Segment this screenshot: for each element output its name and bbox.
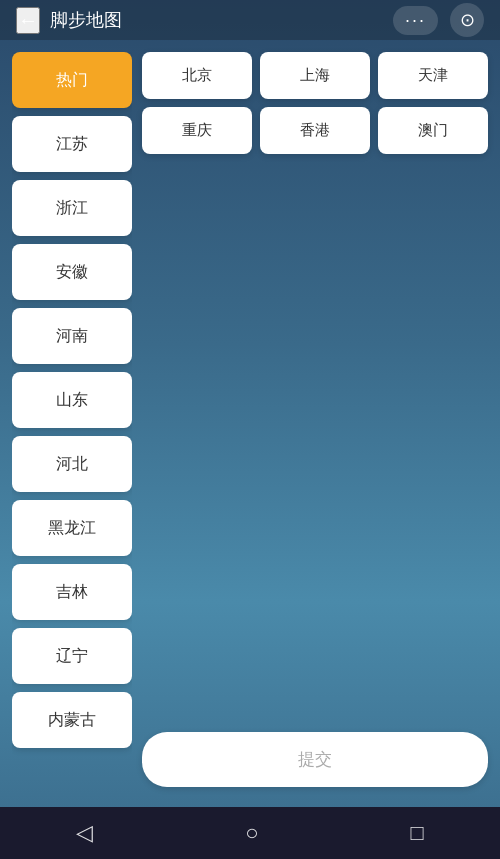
- submit-button[interactable]: 提交: [142, 732, 488, 787]
- left-region-item-8[interactable]: 吉林: [12, 564, 132, 620]
- city-button-5[interactable]: 澳门: [378, 107, 488, 154]
- page-title: 脚步地图: [50, 8, 122, 32]
- left-region-item-9[interactable]: 辽宁: [12, 628, 132, 684]
- nav-back-icon[interactable]: ◁: [76, 820, 93, 846]
- more-options-button[interactable]: ···: [393, 6, 438, 35]
- header-left: ← 脚步地图: [16, 7, 122, 34]
- bottom-navigation: ◁ ○ □: [0, 807, 500, 859]
- city-button-0[interactable]: 北京: [142, 52, 252, 99]
- spacer: [142, 162, 488, 724]
- city-button-2[interactable]: 天津: [378, 52, 488, 99]
- left-region-item-2[interactable]: 浙江: [12, 180, 132, 236]
- left-region-list: 热门江苏浙江安徽河南山东河北黑龙江吉林辽宁内蒙古: [12, 52, 132, 795]
- main-content: 热门江苏浙江安徽河南山东河北黑龙江吉林辽宁内蒙古 北京上海天津重庆香港澳门 提交: [0, 40, 500, 807]
- back-button[interactable]: ←: [16, 7, 40, 34]
- left-region-item-1[interactable]: 江苏: [12, 116, 132, 172]
- city-button-1[interactable]: 上海: [260, 52, 370, 99]
- left-region-item-4[interactable]: 河南: [12, 308, 132, 364]
- record-button[interactable]: ⊙: [450, 3, 484, 37]
- nav-home-icon[interactable]: ○: [245, 820, 258, 846]
- left-region-item-0[interactable]: 热门: [12, 52, 132, 108]
- header-right: ··· ⊙: [393, 3, 484, 37]
- left-region-item-3[interactable]: 安徽: [12, 244, 132, 300]
- left-region-item-10[interactable]: 内蒙古: [12, 692, 132, 748]
- header: ← 脚步地图 ··· ⊙: [0, 0, 500, 40]
- nav-recents-icon[interactable]: □: [411, 820, 424, 846]
- cities-grid: 北京上海天津重庆香港澳门: [142, 52, 488, 154]
- city-button-3[interactable]: 重庆: [142, 107, 252, 154]
- city-button-4[interactable]: 香港: [260, 107, 370, 154]
- left-region-item-5[interactable]: 山东: [12, 372, 132, 428]
- left-region-item-6[interactable]: 河北: [12, 436, 132, 492]
- right-column: 北京上海天津重庆香港澳门 提交: [142, 52, 488, 795]
- left-region-item-7[interactable]: 黑龙江: [12, 500, 132, 556]
